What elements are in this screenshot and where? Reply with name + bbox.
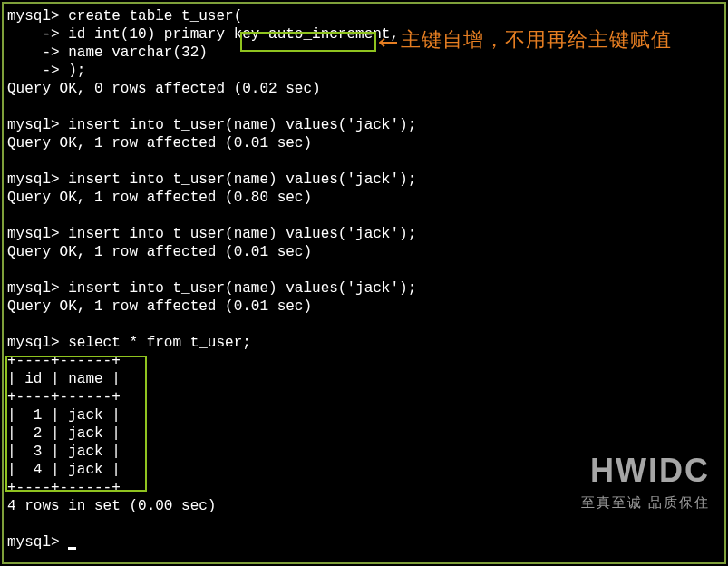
table-row: | 3 | jack | bbox=[7, 443, 721, 461]
create-result: Query OK, 0 rows affected (0.02 sec) bbox=[7, 80, 721, 98]
table-header: | id | name | bbox=[7, 370, 721, 388]
insert-cmd: mysql> insert into t_user(name) values('… bbox=[7, 116, 721, 134]
create-line-3: -> name varchar(32) bbox=[7, 44, 721, 62]
select-cmd: mysql> select * from t_user; bbox=[7, 334, 721, 352]
table-border: +----+------+ bbox=[7, 388, 721, 406]
insert-result: Query OK, 1 row affected (0.01 sec) bbox=[7, 134, 721, 152]
select-footer: 4 rows in set (0.00 sec) bbox=[7, 497, 721, 515]
insert-result: Query OK, 1 row affected (0.80 sec) bbox=[7, 189, 721, 207]
table-row: | 2 | jack | bbox=[7, 424, 721, 443]
insert-cmd: mysql> insert into t_user(name) values('… bbox=[7, 225, 721, 243]
insert-cmd: mysql> insert into t_user(name) values('… bbox=[7, 171, 721, 189]
table-border: +----+------+ bbox=[7, 479, 721, 497]
prompt-text: mysql> bbox=[7, 534, 68, 551]
table-row: | 4 | jack | bbox=[7, 461, 721, 479]
table-row: | 1 | jack | bbox=[7, 406, 721, 424]
create-line-4: -> ); bbox=[7, 62, 721, 80]
prompt-line[interactable]: mysql> bbox=[7, 533, 721, 551]
insert-result: Query OK, 1 row affected (0.01 sec) bbox=[7, 298, 721, 316]
table-border: +----+------+ bbox=[7, 352, 721, 370]
insert-cmd: mysql> insert into t_user(name) values('… bbox=[7, 279, 721, 298]
create-line-2: -> id int(10) primary key auto_increment… bbox=[7, 25, 721, 44]
create-line-1: mysql> create table t_user( bbox=[7, 7, 721, 25]
insert-result: Query OK, 1 row affected (0.01 sec) bbox=[7, 243, 721, 261]
cursor-icon bbox=[68, 547, 76, 550]
terminal-output: mysql> create table t_user( -> id int(10… bbox=[7, 7, 721, 551]
